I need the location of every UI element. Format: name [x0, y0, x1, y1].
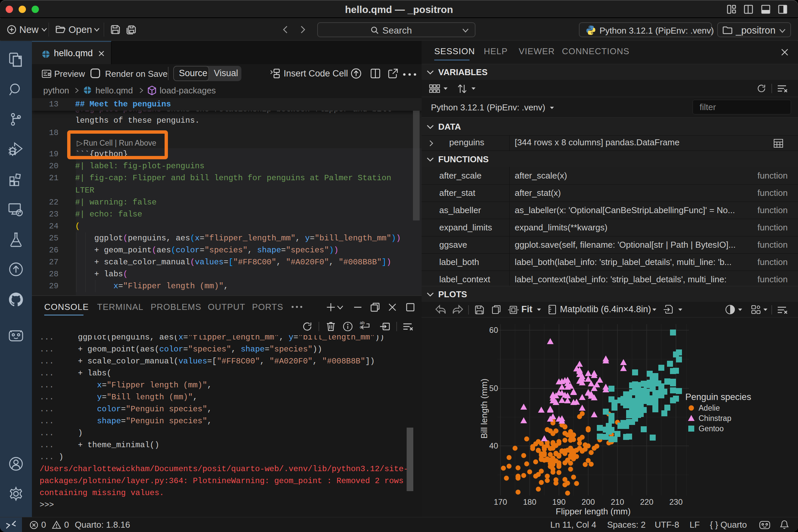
svg-text:c: c: [360, 324, 362, 329]
svg-text:190: 190: [552, 497, 566, 507]
svg-text:220: 220: [640, 497, 653, 507]
svg-text:Adelie: Adelie: [699, 404, 720, 412]
svg-text:60: 60: [489, 325, 498, 335]
svg-text:Flipper length (mm): Flipper length (mm): [556, 507, 630, 516]
svg-text:Gentoo: Gentoo: [699, 424, 723, 433]
svg-text:40: 40: [489, 441, 498, 450]
svg-text:230: 230: [669, 497, 683, 507]
svg-text:170: 170: [494, 497, 507, 507]
svg-text:50: 50: [489, 384, 498, 393]
svg-text:200: 200: [582, 497, 595, 507]
svg-text:180: 180: [523, 497, 536, 507]
svg-text:Chinstrap: Chinstrap: [699, 414, 731, 423]
svg-text:210: 210: [611, 497, 624, 507]
svg-text:Penguin species: Penguin species: [685, 392, 751, 402]
svg-text:Bill length (mm): Bill length (mm): [479, 379, 489, 439]
